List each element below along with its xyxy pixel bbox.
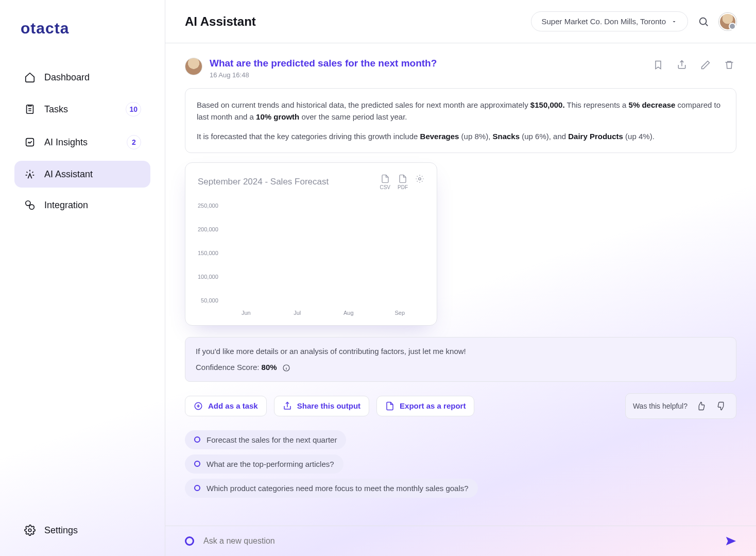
y-tick: 100,000 — [198, 274, 218, 280]
brand-logo: otacta — [14, 15, 150, 52]
bookmark-button[interactable] — [651, 58, 665, 72]
content: What are the predicted sales for the nex… — [165, 43, 756, 526]
tasks-icon — [24, 103, 36, 115]
suggestions: Forecast the sales for the next quarterW… — [185, 430, 736, 503]
send-button[interactable] — [725, 535, 736, 547]
insights-icon — [24, 136, 36, 148]
nav: DashboardTasks10AI Insights2AI Assistant… — [14, 64, 150, 218]
nav-item-tasks[interactable]: Tasks10 — [14, 95, 150, 124]
nav-item-ai-assistant[interactable]: AI Assistant — [14, 161, 150, 188]
thread-header: What are the predicted sales for the nex… — [185, 58, 736, 79]
chart-y-axis: 250,000200,000150,000100,00050,000 — [198, 203, 218, 306]
dashboard-icon — [24, 71, 36, 83]
svg-point-4 — [28, 529, 31, 532]
main: AI Assistant Super Market Co. Don Mills,… — [165, 0, 756, 556]
nav-item-label: Dashboard — [44, 72, 90, 83]
export-csv-button[interactable]: CSV — [380, 174, 390, 190]
helpful-label: Was this helpful? — [633, 402, 688, 410]
chart-title: September 2024 - Sales Forecast — [198, 177, 329, 187]
nav-badge: 2 — [127, 135, 141, 149]
svg-point-3 — [29, 205, 34, 209]
x-label: Jul — [278, 310, 317, 316]
settings-label: Settings — [44, 525, 78, 536]
chart-card: September 2024 - Sales Forecast CSV PDF — [185, 162, 437, 326]
nav-item-label: AI Insights — [44, 137, 88, 148]
export-report-button[interactable]: Export as a report — [376, 396, 474, 416]
suggestion-0[interactable]: Forecast the sales for the next quarter — [185, 430, 346, 449]
page-title: AI Assistant — [185, 14, 256, 29]
assistant-icon — [24, 168, 36, 180]
share-output-button[interactable]: Share this output — [274, 396, 369, 416]
nav-item-label: AI Assistant — [44, 169, 93, 180]
suggestion-text: Which product categories need more focus… — [207, 484, 469, 493]
topbar: AI Assistant Super Market Co. Don Mills,… — [165, 0, 756, 43]
nav-item-ai-insights[interactable]: AI Insights2 — [14, 128, 150, 157]
y-tick: 250,000 — [198, 203, 218, 209]
export-pdf-button[interactable]: PDF — [398, 174, 408, 190]
answer-p2: It is forecasted that the key categories… — [197, 130, 725, 142]
plus-circle-icon — [194, 401, 203, 411]
svg-point-6 — [419, 178, 421, 180]
input-bar — [165, 526, 756, 556]
info-icon[interactable] — [282, 364, 290, 372]
nav-item-dashboard[interactable]: Dashboard — [14, 64, 150, 91]
ask-input[interactable] — [202, 536, 717, 546]
share-button[interactable] — [675, 58, 689, 72]
circle-icon — [194, 485, 200, 491]
org-selector[interactable]: Super Market Co. Don Mills, Toronto — [531, 11, 689, 31]
org-selector-label: Super Market Co. Don Mills, Toronto — [542, 17, 666, 26]
nav-badge: 10 — [126, 102, 141, 116]
svg-point-5 — [700, 18, 707, 24]
suggestion-2[interactable]: Which product categories need more focus… — [185, 479, 478, 498]
x-label: Aug — [329, 310, 368, 316]
chevron-down-icon — [671, 19, 677, 25]
nav-item-label: Tasks — [44, 104, 68, 115]
followup-card: If you'd like more details or an analysi… — [185, 337, 736, 382]
svg-rect-1 — [26, 139, 34, 146]
x-label: Jun — [227, 310, 266, 316]
integration-icon — [24, 199, 36, 211]
circle-icon — [194, 436, 200, 443]
delete-button[interactable] — [722, 58, 736, 72]
nav-item-integration[interactable]: Integration — [14, 192, 150, 218]
svg-point-2 — [26, 201, 30, 206]
action-row: Add as a task Share this output Export a… — [185, 393, 736, 419]
share-icon — [283, 401, 292, 411]
chart-settings-button[interactable] — [415, 174, 424, 190]
y-tick: 50,000 — [201, 297, 218, 304]
suggestion-1[interactable]: What are the top-performing articles? — [185, 454, 343, 474]
edit-button[interactable] — [698, 58, 713, 72]
nav-item-label: Integration — [44, 200, 88, 211]
prompt-indicator-icon — [185, 536, 194, 546]
chart-x-axis: JunJulAugSep — [198, 306, 424, 316]
thread-avatar — [185, 58, 202, 75]
user-avatar[interactable] — [719, 13, 736, 30]
answer-card: Based on current trends and historical d… — [185, 88, 736, 153]
answer-p1: Based on current trends and historical d… — [197, 99, 725, 123]
settings-link[interactable]: Settings — [14, 517, 150, 544]
suggestion-text: What are the top-performing articles? — [207, 460, 334, 468]
followup-text: If you'd like more details or an analysi… — [196, 347, 726, 356]
thumbs-up-button[interactable] — [694, 399, 708, 413]
chart-plot — [221, 203, 424, 306]
search-button[interactable] — [696, 14, 711, 29]
thread-timestamp: 16 Aug 16:48 — [210, 71, 437, 79]
thumbs-down-button[interactable] — [714, 399, 729, 413]
x-label: Sep — [381, 310, 420, 316]
suggestion-text: Forecast the sales for the next quarter — [207, 435, 337, 444]
confidence-score: Confidence Score: 80% — [196, 363, 726, 372]
gear-icon — [24, 524, 36, 536]
thread-actions — [651, 58, 736, 72]
y-tick: 150,000 — [198, 250, 218, 256]
thread-question: What are the predicted sales for the nex… — [210, 58, 437, 69]
document-icon — [385, 401, 394, 411]
y-tick: 200,000 — [198, 226, 218, 232]
helpful-widget: Was this helpful? — [625, 393, 736, 419]
add-task-button[interactable]: Add as a task — [185, 396, 267, 416]
sidebar: otacta DashboardTasks10AI Insights2AI As… — [0, 0, 165, 556]
circle-icon — [194, 461, 200, 467]
